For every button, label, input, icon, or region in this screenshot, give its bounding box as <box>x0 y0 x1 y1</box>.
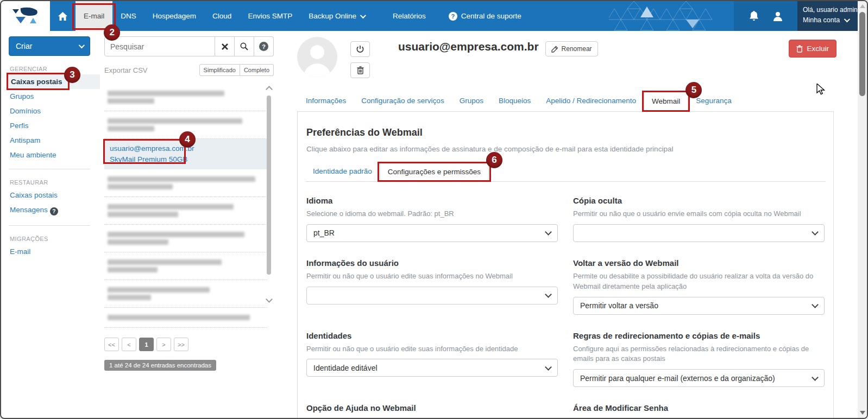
page-last-button[interactable]: >> <box>174 338 188 351</box>
tab-apelido-redirecionamento[interactable]: Apelido / Redirecionamento <box>538 91 644 111</box>
chevron-down-icon <box>812 228 819 236</box>
sidebar-item-caixas-postais[interactable]: Caixas postais 3 <box>9 74 100 89</box>
list-scrollbar[interactable] <box>265 84 273 328</box>
delete-button[interactable]: Excluir <box>789 40 836 58</box>
view-completo-button[interactable]: Completo <box>240 64 274 76</box>
nav-item-relatorios[interactable]: Relatórios <box>385 1 434 31</box>
settings-form: Idioma Selecione o idioma do webmail. Pa… <box>305 196 826 419</box>
list-item-redacted[interactable] <box>104 84 267 111</box>
voltar-versao-select[interactable]: Permitir voltar a versão <box>573 297 825 315</box>
sidebar-item-perfis[interactable]: Perfis <box>9 118 102 133</box>
question-badge-icon: ? <box>50 207 58 215</box>
nav-item-central-suporte[interactable]: ? Central de suporte <box>441 1 530 31</box>
idioma-select-value: pt_BR <box>313 228 335 237</box>
nav-item-cloud[interactable]: Cloud <box>204 1 240 31</box>
regras-redirecionamento-select-value: Permitir para qualquer e-mail (externos … <box>580 374 775 383</box>
subtab-identidade-padrao[interactable]: Identidade padrão <box>305 162 380 181</box>
regras-redirecionamento-select[interactable]: Permitir para qualquer e-mail (externos … <box>573 369 825 387</box>
scroll-down-icon[interactable] <box>266 296 273 303</box>
triangle-pattern-decoration <box>609 1 734 31</box>
field-copia-oculta-description: Permitir ou não que o usuário envie emai… <box>573 209 825 219</box>
tab-bloqueios[interactable]: Bloqueios <box>491 91 538 111</box>
tab-seguranca[interactable]: Segurança <box>688 91 739 111</box>
delete-mailbox-icon-button[interactable] <box>350 62 370 78</box>
identidades-select[interactable]: Identidade editável <box>306 359 558 377</box>
nav-item-home[interactable] <box>50 1 76 31</box>
tab-grupos[interactable]: Grupos <box>452 91 491 111</box>
field-ajuda-webmail: Opção de Ajuda no Webmail Exibe opção "M… <box>306 403 558 419</box>
sidebar-item-grupos-label: Grupos <box>10 92 34 100</box>
sidebar-item-restaurar-caixas-label: Caixas postais <box>10 191 58 199</box>
nav-icon-zone <box>734 1 797 31</box>
sidebar-divider <box>9 225 90 226</box>
scroll-up-icon[interactable] <box>860 4 865 8</box>
nav-item-hospedagem[interactable]: Hospedagem <box>144 1 204 31</box>
list-item-selected[interactable]: usuario@empresa.com.br SkyMail Premium 5… <box>104 139 267 169</box>
sidebar-item-mensagens[interactable]: Mensagens? <box>9 202 102 219</box>
search-input[interactable] <box>104 36 215 56</box>
page-current-button[interactable]: 1 <box>139 338 154 351</box>
field-modificar-senha: Área de Modificar Senha Ocultar ou Exibi… <box>573 403 825 419</box>
sidebar-item-meu-ambiente[interactable]: Meu ambiente <box>9 148 102 162</box>
rename-button[interactable]: Renomear <box>545 41 598 56</box>
sidebar-item-dominios[interactable]: Domínios <box>9 104 102 118</box>
copia-oculta-select[interactable] <box>573 224 825 242</box>
list-item-redacted[interactable] <box>104 308 267 328</box>
chevron-down-icon <box>360 12 366 18</box>
scroll-down-icon[interactable] <box>860 411 865 415</box>
clear-search-button[interactable] <box>215 36 235 56</box>
tab-webmail[interactable]: Webmail 5 <box>644 91 688 112</box>
list-item-redacted[interactable] <box>104 280 267 308</box>
field-identidades: Identidades Permitir ou não que o usuári… <box>306 331 558 388</box>
search-help-button[interactable]: ? <box>254 36 274 56</box>
nav-item-email[interactable]: E-mail 2 <box>76 1 112 31</box>
list-item-redacted[interactable] <box>104 169 267 197</box>
field-informacoes-usuario-description: Permitir ou não que o usuário edite suas… <box>306 271 558 282</box>
list-item-redacted[interactable] <box>104 197 267 225</box>
chevron-down-icon <box>812 374 819 381</box>
bell-icon[interactable] <box>749 11 759 21</box>
create-button-label: Criar <box>16 42 32 50</box>
sidebar-item-restaurar-caixas[interactable]: Caixas postais <box>9 188 102 202</box>
account-menu[interactable]: Olá, usuario admin Minha conta <box>797 1 858 31</box>
sidebar-divider <box>9 169 90 169</box>
help-circle-icon: ? <box>449 12 457 21</box>
sidebar-item-antispam[interactable]: Antispam <box>9 133 102 148</box>
person-silhouette-icon <box>297 37 337 77</box>
pagination: << < 1 > >> <box>104 338 274 351</box>
status-toggle-button[interactable] <box>350 41 370 57</box>
idioma-select[interactable]: pt_BR <box>306 224 558 242</box>
entries-status-badge: 1 até 24 de 24 entradas encontradas <box>104 360 216 371</box>
delete-button-label: Excluir <box>807 45 829 53</box>
page-next-button[interactable]: > <box>156 338 171 351</box>
sidebar-item-grupos[interactable]: Grupos <box>9 89 102 104</box>
search-button[interactable] <box>235 36 254 56</box>
nav-item-email-label: E-mail <box>84 12 104 20</box>
list-item-redacted[interactable] <box>104 252 267 280</box>
nav-item-backup-online[interactable]: Backup Online <box>300 1 373 31</box>
skymail-logo[interactable] <box>1 1 50 31</box>
list-scrollbar-thumb[interactable] <box>267 96 271 275</box>
page-scrollbar-thumb[interactable] <box>859 12 865 96</box>
user-icon[interactable] <box>773 11 783 21</box>
page-scrollbar[interactable] <box>858 1 867 418</box>
list-item-redacted[interactable] <box>104 225 267 252</box>
create-button[interactable]: Criar <box>9 36 90 56</box>
export-csv-link[interactable]: Exportar CSV <box>104 66 147 74</box>
page-first-button[interactable]: << <box>104 338 119 351</box>
view-simplificado-button[interactable]: Simplificado <box>199 64 240 76</box>
field-regras-redirecionamento: Regras de redirecionamento e cópias de e… <box>573 331 825 388</box>
sidebar-item-migracoes-email[interactable]: E-mail <box>9 244 102 259</box>
field-copia-oculta: Cópia oculta Permitir ou não que o usuár… <box>573 196 825 242</box>
subtab-configuracoes-permissoes[interactable]: Configurações e permissões 6 <box>380 162 489 182</box>
tab-apelido-redirecionamento-label: Apelido / Redirecionamento <box>546 97 636 105</box>
informacoes-usuario-select[interactable] <box>306 287 558 304</box>
page-prev-button[interactable]: < <box>122 338 136 351</box>
nav-item-dns[interactable]: DNS <box>112 1 144 31</box>
nav-item-dns-label: DNS <box>121 12 136 20</box>
nav-item-envios-smtp[interactable]: Envios SMTP <box>240 1 300 31</box>
tab-informacoes[interactable]: Informações <box>298 91 354 111</box>
scroll-up-icon[interactable] <box>266 86 273 93</box>
tab-configuracao-servicos[interactable]: Configuração de serviços <box>354 91 451 111</box>
list-item-redacted[interactable] <box>104 111 267 139</box>
